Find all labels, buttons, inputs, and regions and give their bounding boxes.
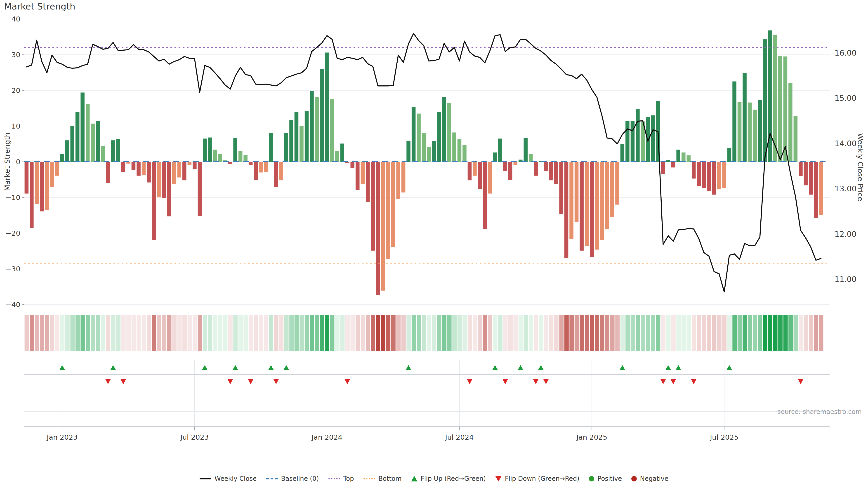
strength-bar <box>136 162 141 176</box>
heatmap-cell <box>60 315 64 351</box>
weekly-close-line-icon <box>199 478 211 480</box>
heatmap-cell <box>249 315 253 351</box>
heatmap-cell <box>361 315 365 351</box>
strength-bar <box>25 162 29 194</box>
strength-bar <box>595 162 599 250</box>
legend-item-baseline: Baseline (0) <box>266 475 319 482</box>
flip-up-marker <box>232 365 238 370</box>
legend-item-label: Flip Up (Red→Green) <box>421 475 486 482</box>
right-tick-label: 11.00 <box>835 275 857 284</box>
heatmap-cell <box>804 315 808 351</box>
source-credit: source: sharemaestro.com <box>778 408 862 416</box>
heatmap-cell <box>121 315 126 351</box>
legend-item-label: Weekly Close <box>215 475 256 482</box>
flip-down-marker <box>671 379 676 384</box>
strength-bar <box>733 82 737 162</box>
heatmap-cell <box>636 315 640 351</box>
heatmap-cell <box>320 315 324 351</box>
strength-bar <box>473 162 477 176</box>
strength-bar <box>738 102 742 162</box>
strength-bar <box>799 162 803 176</box>
strength-bar <box>651 116 655 162</box>
strength-bar <box>534 162 538 176</box>
strength-bar <box>315 97 319 162</box>
strength-bar <box>636 109 640 162</box>
heatmap-cell <box>549 315 553 351</box>
heatmap-cell <box>116 315 121 351</box>
legend-item-weekly-close: Weekly Close <box>199 475 256 482</box>
strength-bar <box>452 132 456 162</box>
right-tick-label: 16.00 <box>835 48 857 57</box>
strength-bar <box>564 162 568 258</box>
strength-bar <box>687 156 691 162</box>
heatmap-cell <box>743 315 747 351</box>
flip-up-marker <box>110 365 116 370</box>
heatmap-cell <box>452 315 457 351</box>
heatmap-cell <box>391 315 396 351</box>
heatmap-cell <box>330 315 334 351</box>
strength-bar <box>111 140 115 162</box>
heatmap-cell <box>81 315 85 351</box>
strength-bar <box>778 56 782 162</box>
heatmap-cell <box>30 315 34 351</box>
heatmap-cell <box>106 315 110 351</box>
strength-bar <box>330 99 334 162</box>
heatmap-cell <box>524 315 528 351</box>
strength-bar <box>376 162 380 295</box>
flip-up-marker <box>405 365 411 370</box>
flip-up-marker <box>268 365 274 370</box>
strength-bar <box>335 151 339 162</box>
heatmap-cell <box>682 315 686 351</box>
x-tick-label: Jul 2025 <box>710 433 739 441</box>
heatmap-cell <box>310 315 314 351</box>
heatmap-cell <box>381 315 385 351</box>
strength-bar <box>712 162 716 195</box>
heatmap-cell <box>702 315 706 351</box>
strength-bar <box>442 97 446 162</box>
positive-dot-icon <box>589 476 594 482</box>
flip-down-marker <box>533 379 539 384</box>
heatmap-cell <box>101 315 105 351</box>
heatmap-cell <box>727 315 732 351</box>
heatmap-cell <box>254 315 258 351</box>
bottom-line-icon <box>364 478 375 480</box>
strength-bar <box>294 112 299 162</box>
left-tick-label: −10 <box>6 193 20 201</box>
strength-bar <box>529 154 533 162</box>
strength-bar <box>116 139 120 162</box>
legend-item-top: Top <box>329 475 354 482</box>
flip-down-marker <box>543 379 549 384</box>
strength-bar <box>671 162 675 167</box>
heatmap-cell <box>126 315 131 351</box>
heatmap-cell <box>218 315 222 351</box>
heatmap-cell <box>284 315 289 351</box>
heatmap-cell <box>111 315 116 351</box>
strength-bar <box>498 138 502 162</box>
heatmap-cell <box>819 315 823 351</box>
heatmap-cell <box>585 315 589 351</box>
left-tick-label: 40 <box>11 15 20 23</box>
strength-bar <box>381 162 385 291</box>
strength-bar <box>422 133 426 162</box>
heatmap-cell <box>763 315 767 351</box>
heatmap-cell <box>478 315 482 351</box>
heatmap-cell <box>340 315 345 351</box>
heatmap-cell <box>814 315 818 351</box>
heatmap-cell <box>182 315 187 351</box>
legend-item-label: Top <box>343 475 354 482</box>
strength-bar <box>142 162 146 175</box>
heatmap-cell <box>447 315 452 351</box>
flip-down-marker <box>120 379 126 384</box>
legend-item-label: Baseline (0) <box>281 475 319 482</box>
strength-bar <box>81 93 85 162</box>
strength-bar <box>355 162 360 190</box>
heatmap-cell <box>534 315 538 351</box>
strength-bar <box>147 162 151 183</box>
heatmap-cell <box>147 315 151 351</box>
strength-bar <box>763 39 767 162</box>
strength-bar <box>371 162 375 251</box>
strength-bar <box>310 91 314 162</box>
heatmap-cell <box>35 315 39 351</box>
x-tick-label: Jul 2024 <box>445 433 473 441</box>
heatmap-cell <box>239 315 243 351</box>
